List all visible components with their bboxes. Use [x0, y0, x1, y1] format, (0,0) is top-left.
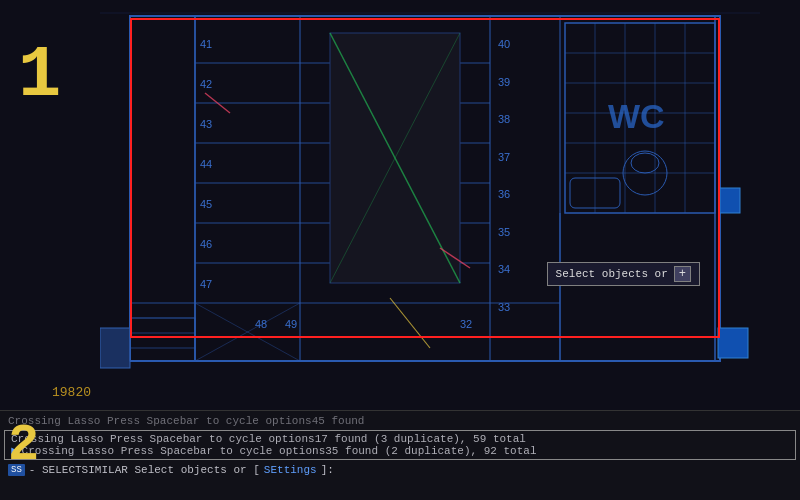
cad-canvas: WC 41 42 43 44 45 46 47 40 39 38 37 36 3…	[0, 0, 800, 410]
label-number-1: 1	[18, 40, 61, 112]
status-bar: 19820 2 Crossing Lasso Press Spacebar to…	[0, 410, 800, 500]
svg-rect-1	[130, 16, 195, 361]
svg-text:46: 46	[200, 238, 212, 250]
svg-text:36: 36	[498, 188, 510, 200]
coordinate-display: 19820	[52, 385, 91, 400]
svg-rect-68	[130, 318, 195, 361]
cmd-option[interactable]: SEttings	[264, 464, 317, 476]
status-line-gray: Crossing Lasso Press Spacebar to cycle o…	[0, 411, 800, 429]
floor-plan-svg: WC 41 42 43 44 45 46 47 40 39 38 37 36 3…	[100, 8, 760, 378]
svg-text:44: 44	[200, 158, 212, 170]
svg-text:38: 38	[498, 113, 510, 125]
svg-text:41: 41	[200, 38, 212, 50]
svg-text:37: 37	[498, 151, 510, 163]
status-line-1: Crossing Lasso Press Spacebar to cycle o…	[11, 433, 789, 445]
cmd-text-prefix: - SELECTSIMILAR Select objects or [	[29, 464, 260, 476]
svg-text:45: 45	[200, 198, 212, 210]
status-line-2: Crossing Lasso Press Spacebar to cycle o…	[22, 445, 537, 457]
svg-text:40: 40	[498, 38, 510, 50]
tooltip-button[interactable]: +	[674, 266, 691, 282]
cmd-text-suffix: ]:	[321, 464, 334, 476]
svg-text:34: 34	[498, 263, 510, 275]
svg-text:32: 32	[460, 318, 472, 330]
svg-text:42: 42	[200, 78, 212, 90]
svg-rect-63	[720, 188, 740, 213]
svg-text:43: 43	[200, 118, 212, 130]
svg-rect-61	[100, 328, 130, 368]
svg-rect-62	[718, 328, 748, 358]
svg-line-59	[390, 298, 430, 348]
svg-text:48: 48	[255, 318, 267, 330]
svg-text:35: 35	[498, 226, 510, 238]
status-highlighted-box: Crossing Lasso Press Spacebar to cycle o…	[4, 430, 796, 460]
svg-text:39: 39	[498, 76, 510, 88]
label-number-2: 2	[8, 420, 39, 472]
svg-text:49: 49	[285, 318, 297, 330]
tooltip-popup: Select objects or +	[547, 262, 700, 286]
tooltip-text: Select objects or	[556, 268, 668, 280]
command-line: SS - SELECTSIMILAR Select objects or [SE…	[0, 461, 800, 479]
svg-text:47: 47	[200, 278, 212, 290]
svg-text:WC: WC	[608, 97, 665, 135]
